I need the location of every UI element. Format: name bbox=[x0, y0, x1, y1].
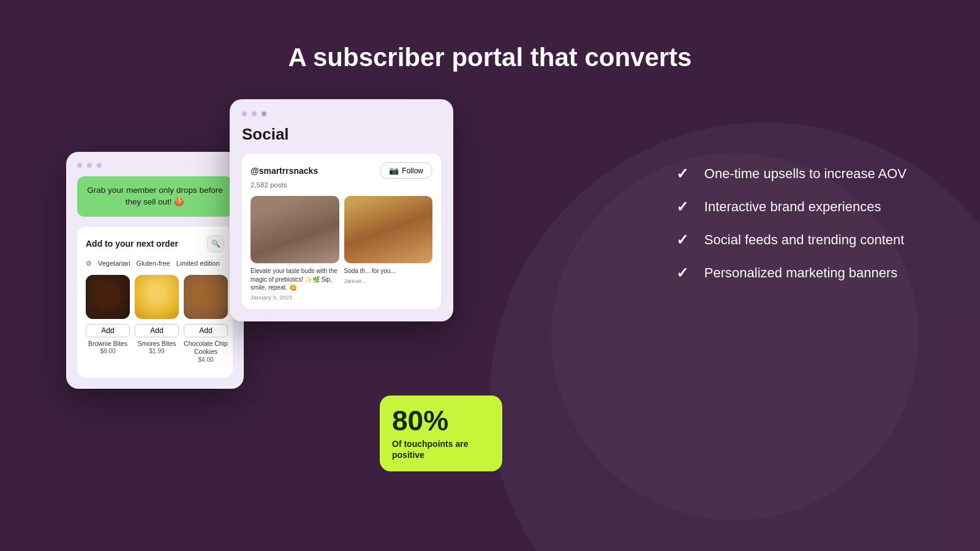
post-1-date: January 9, 2023 bbox=[251, 294, 339, 301]
post-2-image bbox=[344, 196, 433, 263]
filter-limited[interactable]: Limited edition bbox=[176, 260, 220, 267]
smores-name: Smores Bites bbox=[138, 340, 176, 348]
post-1-photo bbox=[251, 196, 339, 263]
product-brownie: Add Brownie Bites $8.00 bbox=[86, 275, 130, 363]
stats-label: Of touchpoints are positive bbox=[392, 438, 490, 460]
banner-text: Grab your member only drops before they … bbox=[87, 186, 222, 206]
feature-2: ✓ Interactive brand experiences bbox=[676, 198, 907, 216]
cookie-name: Chocolate Chip Cookies bbox=[184, 340, 228, 356]
post-2: Soda th... for you... Januar... bbox=[344, 196, 433, 301]
page-title: A subscriber portal that converts bbox=[288, 43, 692, 72]
post-2-date: Januar... bbox=[344, 277, 433, 284]
post-2-photo bbox=[344, 196, 433, 263]
dot-s2 bbox=[252, 111, 257, 116]
feature-4: ✓ Personalized marketing banners bbox=[676, 264, 907, 282]
cookie-price: $4.00 bbox=[198, 356, 213, 363]
product-cookies: Add Chocolate Chip Cookies $4.00 bbox=[184, 275, 228, 363]
brownie-image bbox=[86, 275, 130, 319]
feature-text-4: Personalized marketing banners bbox=[704, 265, 898, 281]
cookie-image bbox=[184, 275, 228, 319]
add-smores-button[interactable]: Add bbox=[135, 324, 179, 337]
dot-s3 bbox=[262, 111, 266, 116]
feature-text-1: One-time upsells to increase AOV bbox=[704, 166, 907, 182]
card-dots bbox=[77, 163, 233, 168]
feature-text-2: Interactive brand experiences bbox=[704, 199, 881, 215]
filter-vegetarian[interactable]: Vegetarian bbox=[98, 260, 130, 267]
smores-price: $1.99 bbox=[149, 348, 164, 354]
add-to-order-section: Add to your next order 🔍 ⚙ Vegetarian Gl… bbox=[77, 227, 233, 378]
check-icon-4: ✓ bbox=[676, 264, 695, 282]
dot-3 bbox=[97, 163, 102, 168]
feature-3: ✓ Social feeds and trending content bbox=[676, 231, 907, 249]
brownie-price: $8.00 bbox=[100, 348, 115, 354]
brownie-name: Brownie Bites bbox=[88, 340, 127, 348]
follow-button[interactable]: 📷 Follow bbox=[380, 162, 432, 179]
dot-2 bbox=[87, 163, 92, 168]
filter-row: ⚙ Vegetarian Gluten-free Limited edition bbox=[86, 260, 224, 268]
social-card: Social @smartrrsnacks 📷 Follow 2,582 pos… bbox=[230, 99, 453, 321]
feature-text-3: Social feeds and trending content bbox=[704, 232, 905, 248]
member-banner: Grab your member only drops before they … bbox=[77, 176, 233, 217]
filter-icon: ⚙ bbox=[86, 260, 92, 268]
posts-grid: Elevate your taste buds with the magic o… bbox=[251, 196, 432, 301]
product-smores: Add Smores Bites $1.99 bbox=[135, 275, 179, 363]
products-grid: Add Brownie Bites $8.00 Add Smores Bites… bbox=[86, 275, 224, 363]
subscriber-portal-card: Grab your member only drops before they … bbox=[66, 152, 244, 389]
check-icon-1: ✓ bbox=[676, 165, 695, 182]
search-button[interactable]: 🔍 bbox=[207, 235, 224, 252]
post-2-caption: Soda th... for you... bbox=[344, 267, 433, 276]
check-icon-3: ✓ bbox=[676, 231, 695, 249]
stats-percent: 80% bbox=[392, 407, 490, 435]
stats-badge: 80% Of touchpoints are positive bbox=[380, 395, 502, 471]
add-brownie-button[interactable]: Add bbox=[86, 324, 130, 337]
check-icon-2: ✓ bbox=[676, 198, 695, 216]
feature-1: ✓ One-time upsells to increase AOV bbox=[676, 165, 907, 182]
social-content: @smartrrsnacks 📷 Follow 2,582 posts Elev… bbox=[242, 154, 441, 309]
order-title: Add to your next order bbox=[86, 239, 178, 249]
social-title: Social bbox=[242, 125, 441, 144]
post-1-image bbox=[251, 196, 339, 263]
posts-count: 2,582 posts bbox=[251, 181, 432, 189]
dot-1 bbox=[77, 163, 82, 168]
order-header: Add to your next order 🔍 bbox=[86, 235, 224, 252]
features-list: ✓ One-time upsells to increase AOV ✓ Int… bbox=[676, 165, 907, 298]
social-card-dots bbox=[242, 111, 441, 116]
follow-label: Follow bbox=[402, 167, 423, 175]
add-cookie-button[interactable]: Add bbox=[184, 324, 228, 337]
post-1: Elevate your taste buds with the magic o… bbox=[251, 196, 339, 301]
dot-s1 bbox=[242, 111, 247, 116]
post-1-caption: Elevate your taste buds with the magic o… bbox=[251, 267, 339, 292]
social-profile: @smartrrsnacks 📷 Follow bbox=[251, 162, 432, 179]
smores-image bbox=[135, 275, 179, 319]
social-handle: @smartrrsnacks bbox=[251, 166, 318, 176]
filter-glutenfree[interactable]: Gluten-free bbox=[137, 260, 170, 267]
instagram-icon: 📷 bbox=[389, 166, 399, 175]
